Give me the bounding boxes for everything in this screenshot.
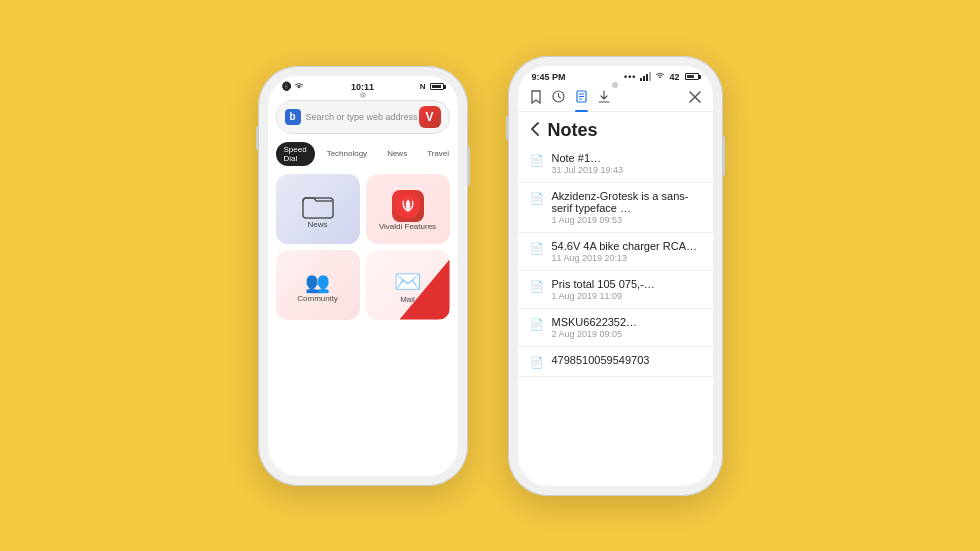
- dots-icon: •••: [624, 72, 636, 82]
- note-doc-icon-5: 📄: [530, 356, 544, 369]
- dial-news[interactable]: News: [276, 174, 360, 244]
- folder-icon: [302, 192, 334, 220]
- phone-1-content: b Search or type web address V Speed Dia…: [268, 100, 458, 324]
- phones-container: 🅑 10:11 N: [258, 56, 723, 496]
- note-date-4: 2 Aug 2019 09:05: [552, 329, 701, 339]
- battery-label: 42: [669, 72, 679, 82]
- phone-1: 🅑 10:11 N: [258, 66, 468, 486]
- speed-dial-tabs: Speed Dial Technology News Travel: [268, 140, 458, 170]
- close-button[interactable]: [689, 90, 701, 106]
- tab-speed-dial[interactable]: Speed Dial: [276, 142, 315, 166]
- dial-vivaldi[interactable]: Vivaldi Features: [366, 174, 450, 244]
- speed-dial-grid: News Vivaldi Features: [268, 170, 458, 324]
- vivaldi-icon: V: [419, 106, 441, 128]
- notes-header: Notes: [518, 112, 713, 145]
- dial-mail-label: Mail: [400, 295, 415, 304]
- power-button: [467, 146, 470, 186]
- note-date-2: 11 Aug 2019 20:13: [552, 253, 701, 263]
- vivaldi-large-icon: [392, 190, 424, 222]
- back-button[interactable]: [530, 122, 540, 139]
- note-date-0: 31 Jul 2019 19:43: [552, 165, 701, 175]
- tab-news[interactable]: News: [379, 146, 415, 161]
- status-right-2: ••• 42: [624, 72, 698, 82]
- note-title-4: MSKU6622352…: [552, 316, 701, 328]
- nfc-icon: N: [420, 82, 426, 91]
- note-text-0: Note #1… 31 Jul 2019 19:43: [552, 152, 701, 175]
- note-doc-icon-2: 📄: [530, 242, 544, 255]
- status-time-2: 9:45 PM: [532, 72, 566, 82]
- note-item-4[interactable]: 📄 MSKU6622352… 2 Aug 2019 09:05: [518, 309, 713, 347]
- status-time-1: 10:11: [351, 82, 374, 92]
- volume-button: [256, 126, 259, 150]
- note-title-5: 4798510059549703: [552, 354, 701, 366]
- phone-2: 9:45 PM •••: [508, 56, 723, 496]
- dial-mail[interactable]: ✉️ Mail: [366, 250, 450, 320]
- note-title-1: Akzidenz-Grotesk is a sans-serif typefac…: [552, 190, 701, 214]
- toolbar-icons-left: [530, 90, 610, 107]
- notes-title: Notes: [548, 120, 598, 141]
- battery-icon-2: [685, 73, 699, 80]
- front-camera: [360, 92, 366, 98]
- volume-button-2: [506, 116, 509, 140]
- notes-toolbar: [518, 84, 713, 112]
- status-bar-1: 🅑 10:11 N: [268, 76, 458, 94]
- note-text-5: 4798510059549703: [552, 354, 701, 367]
- history-icon[interactable]: [552, 90, 565, 106]
- note-doc-icon-4: 📄: [530, 318, 544, 331]
- note-item-2[interactable]: 📄 54.6V 4A bike charger RCA… 11 Aug 2019…: [518, 233, 713, 271]
- search-input[interactable]: Search or type web address: [301, 112, 419, 122]
- note-text-4: MSKU6622352… 2 Aug 2019 09:05: [552, 316, 701, 339]
- status-left-1: 🅑: [282, 82, 304, 92]
- phone-2-screen: 9:45 PM •••: [518, 66, 713, 486]
- power-button-2: [722, 136, 725, 176]
- wifi-icon-2: [655, 72, 665, 82]
- tab-technology[interactable]: Technology: [319, 146, 375, 161]
- notes-icon[interactable]: [575, 90, 588, 106]
- mail-icon: ✉️: [394, 269, 421, 295]
- note-item-1[interactable]: 📄 Akzidenz-Grotesk is a sans-serif typef…: [518, 183, 713, 233]
- note-date-1: 1 Aug 2019 09:53: [552, 215, 701, 225]
- note-item-5[interactable]: 📄 4798510059549703: [518, 347, 713, 377]
- note-doc-icon-3: 📄: [530, 280, 544, 293]
- note-title-0: Note #1…: [552, 152, 701, 164]
- bookmark-icon[interactable]: [530, 90, 542, 107]
- note-text-2: 54.6V 4A bike charger RCA… 11 Aug 2019 2…: [552, 240, 701, 263]
- note-doc-icon-0: 📄: [530, 154, 544, 167]
- signal-icon: [640, 73, 651, 81]
- front-camera-2: [612, 82, 618, 88]
- note-text-1: Akzidenz-Grotesk is a sans-serif typefac…: [552, 190, 701, 225]
- wifi-icon: [294, 82, 304, 92]
- dial-community-label: Community: [297, 294, 337, 303]
- phone-2-content: Notes 📄 Note #1… 31 Jul 2019 19:43 📄: [518, 84, 713, 377]
- battery-icon-1: [430, 83, 444, 90]
- tab-travel[interactable]: Travel: [419, 146, 457, 161]
- download-icon[interactable]: [598, 90, 610, 106]
- note-title-3: Pris total 105 075,-…: [552, 278, 701, 290]
- note-date-3: 1 Aug 2019 11:09: [552, 291, 701, 301]
- community-icon: 👥: [305, 270, 330, 294]
- dial-community[interactable]: 👥 Community: [276, 250, 360, 320]
- note-item-3[interactable]: 📄 Pris total 105 075,-… 1 Aug 2019 11:09: [518, 271, 713, 309]
- dial-vivaldi-label: Vivaldi Features: [379, 222, 436, 231]
- status-right-1: N: [420, 82, 444, 91]
- note-doc-icon-1: 📄: [530, 192, 544, 205]
- browser-logo: b: [285, 109, 301, 125]
- note-title-2: 54.6V 4A bike charger RCA…: [552, 240, 701, 252]
- notes-list: 📄 Note #1… 31 Jul 2019 19:43 📄 Akzidenz-…: [518, 145, 713, 377]
- note-text-3: Pris total 105 075,-… 1 Aug 2019 11:09: [552, 278, 701, 301]
- search-bar[interactable]: b Search or type web address V: [276, 100, 450, 134]
- note-item-0[interactable]: 📄 Note #1… 31 Jul 2019 19:43: [518, 145, 713, 183]
- phone-1-screen: 🅑 10:11 N: [268, 76, 458, 476]
- dial-news-label: News: [307, 220, 327, 229]
- app-icon-small: 🅑: [282, 82, 291, 92]
